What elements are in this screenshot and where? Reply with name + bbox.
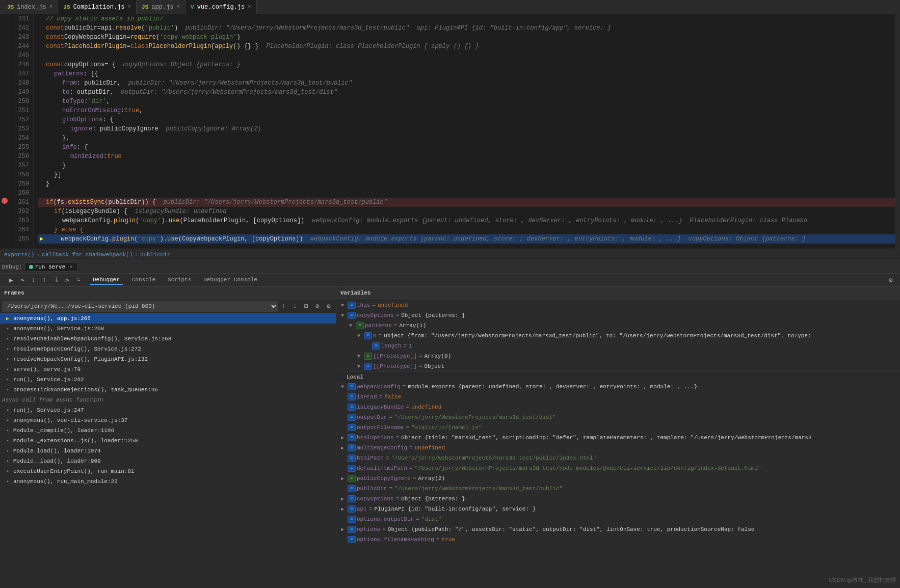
var-patterns[interactable]: ▼ ≡ patterns = Array(1) bbox=[336, 320, 900, 331]
breadcrumb-exports[interactable]: exports() bbox=[4, 252, 34, 258]
frame-item-15[interactable]: ▪ executeUserEntryPoint(), run_main:81 bbox=[0, 466, 336, 476]
frame-item-11[interactable]: ▪ Module._compile(), loader:1196 bbox=[0, 425, 336, 436]
step-into-my-btn[interactable]: ⤵ bbox=[51, 275, 61, 285]
frame-icon-3: ▪ bbox=[4, 345, 11, 353]
tab-label: app.js bbox=[151, 4, 173, 11]
frame-copy-btn[interactable]: ⊕ bbox=[312, 301, 323, 311]
resume-btn[interactable]: ▶ bbox=[6, 275, 16, 285]
var-multipageconfig[interactable]: ▶ ≡ multiPageConfig = undefined bbox=[336, 443, 900, 453]
var-outputfilename[interactable]: ≡ outputFilename = "static/js/[name].js" bbox=[336, 422, 900, 433]
frame-item-3[interactable]: ▪ resolveWebpackConfig(), Service.js:272 bbox=[0, 344, 336, 354]
step-out-btn[interactable]: ↑ bbox=[40, 275, 50, 285]
code-line-252: globOptions: { bbox=[38, 115, 895, 124]
run-serve-label: run serve bbox=[35, 264, 65, 270]
var-defaulthtmlpath[interactable]: ≡ defaultHtmlPath = "/Users/jerry/Websto… bbox=[336, 463, 900, 473]
icon-this: ≡ bbox=[348, 302, 356, 309]
var-htmlpath[interactable]: ≡ htmlPath = "/Users/jerry/WebstormProje… bbox=[336, 453, 900, 463]
expand-this[interactable]: ▼ bbox=[338, 303, 347, 308]
code-line-260 bbox=[38, 189, 895, 198]
var-length[interactable]: ≡ length = 1 bbox=[336, 341, 900, 351]
frame-label-7: processTicksAndRejections(), task_queues… bbox=[13, 387, 158, 393]
var-this[interactable]: ▼ ≡ this = undefined bbox=[336, 300, 900, 310]
frame-item-10[interactable]: ▪ anonymous(), vue-cli-service.js:37 bbox=[0, 415, 336, 425]
var-islegacy[interactable]: ≡ isLegacyBundle = undefined bbox=[336, 402, 900, 412]
code-line-263: webpackConfig.plugin('copy').use(Placeho… bbox=[38, 216, 895, 225]
frame-item-0[interactable]: ▶ anonymous(), app.js:265 bbox=[0, 313, 336, 324]
tab-app-js[interactable]: JS app.js × bbox=[137, 0, 186, 14]
var-prototype-arr[interactable]: ▼ ≡ [[Prototype]] = Array(0) bbox=[336, 351, 900, 361]
debug-tab-debugger-console[interactable]: Debugger Console bbox=[200, 276, 260, 285]
thread-dropdown[interactable]: /Users/jerry/We.../vue-cli-service (pid … bbox=[2, 301, 278, 312]
varval-this: undefined bbox=[378, 302, 408, 308]
frame-item-4[interactable]: ▪ resolveWebpackConfig(), PluginAPI.js:1… bbox=[0, 354, 336, 364]
settings-btn[interactable]: ⚙ bbox=[886, 275, 896, 285]
frame-item-16[interactable]: ▪ anonymous(), run_main_module:22 bbox=[0, 476, 336, 487]
var-copyoptions-local[interactable]: ▶ ≡ copyOptions = Object {patterns: } bbox=[336, 494, 900, 504]
frames-toolbar: /Users/jerry/We.../vue-cli-service (pid … bbox=[0, 299, 336, 313]
var-copyoptions-top[interactable]: ▼ ≡ copyOptions = Object {patterns: } bbox=[336, 310, 900, 320]
frame-icon-7: ▪ bbox=[4, 386, 11, 393]
var-outputdir[interactable]: ≡ outputDir = "/Users/jerry/WebstormProj… bbox=[336, 412, 900, 422]
debug-tab-debugger[interactable]: Debugger bbox=[90, 276, 123, 285]
var-webpackconfig[interactable]: ▼ ≡ webpackConfig = module.exports {pare… bbox=[336, 382, 900, 392]
step-into-btn[interactable]: ↓ bbox=[29, 275, 39, 285]
debug-tab-console[interactable]: Console bbox=[129, 276, 158, 285]
tab-index-js[interactable]: JS index.js × bbox=[2, 0, 58, 14]
tab-close-btn[interactable]: × bbox=[49, 4, 53, 10]
var-options[interactable]: ▶ ≡ options = Object {publicPath: "/", a… bbox=[336, 524, 900, 534]
var-filenamehashing[interactable]: ≡ options.filenameHashing = true bbox=[336, 534, 900, 545]
tab-label: index.js bbox=[17, 4, 46, 11]
varname-this: this bbox=[357, 302, 370, 308]
tab-close-btn[interactable]: × bbox=[127, 4, 131, 10]
breakpoint-261[interactable] bbox=[2, 198, 8, 204]
code-line-249: to: outputDir, outputDir: "/Users/jerry/… bbox=[38, 88, 895, 97]
var-api[interactable]: ▶ ≡ api = PluginAPI {id: "built-in:confi… bbox=[336, 504, 900, 514]
evaluate-btn[interactable]: ≈ bbox=[73, 275, 84, 285]
variables-list[interactable]: ▼ ≡ this = undefined ▼ ≡ copyOptions = O… bbox=[336, 299, 900, 588]
frame-item-12[interactable]: ▪ Module._extensions..js(), loader:1250 bbox=[0, 436, 336, 446]
frame-icon-5: ▪ bbox=[4, 366, 11, 373]
run-to-cursor-btn[interactable]: ⊳ bbox=[62, 275, 72, 285]
frame-icon-14: ▪ bbox=[4, 458, 11, 465]
tab-label: Compilation.js bbox=[73, 4, 125, 11]
var-isprod[interactable]: ≡ isProd = false bbox=[336, 392, 900, 402]
frame-down-btn[interactable]: ↓ bbox=[290, 301, 300, 311]
frame-item-1[interactable]: ▪ anonymous(), Service.js:268 bbox=[0, 324, 336, 334]
code-line-255: info: { bbox=[38, 143, 895, 152]
tab-vue-config[interactable]: V vue.config.js × bbox=[186, 0, 257, 14]
frame-label-15: executeUserEntryPoint(), run_main:81 bbox=[13, 468, 135, 474]
step-over-btn[interactable]: ↷ bbox=[17, 275, 28, 285]
code-line-253: ignore: publicCopyIgnore publicCopyIgnor… bbox=[38, 124, 895, 133]
code-line-264: } else { bbox=[38, 225, 895, 234]
var-0[interactable]: ▼ ≡ 0 = Object {from: "/Users/jerry/Webs… bbox=[336, 331, 900, 341]
var-options-outputdir[interactable]: ≡ options.outputDir = "dist" bbox=[336, 514, 900, 524]
run-tab-bar: Debug: run serve × bbox=[0, 260, 900, 274]
run-close[interactable]: × bbox=[69, 264, 73, 270]
frame-item-5[interactable]: ▪ serve(), serve.js:79 bbox=[0, 364, 336, 375]
debug-tab-scripts[interactable]: Scripts bbox=[165, 276, 194, 285]
tab-compilation-js[interactable]: JS Compilation.js × bbox=[58, 0, 137, 14]
frame-item-6[interactable]: ▪ run(), Service.js:262 bbox=[0, 375, 336, 385]
frame-settings-btn[interactable]: ⚙ bbox=[324, 301, 334, 311]
var-prototype-obj[interactable]: ▼ ≡ [[Prototype]] = Object bbox=[336, 361, 900, 371]
frame-async-call: Async call from async function bbox=[0, 395, 336, 405]
code-content[interactable]: // copy static assets in public/ const p… bbox=[34, 14, 895, 249]
var-publicdir[interactable]: ≡ publicDir = "/Users/jerry/WebstormProj… bbox=[336, 484, 900, 494]
breadcrumb-callback[interactable]: callback for chainWebpack() bbox=[42, 252, 133, 258]
frame-item-9[interactable]: ▪ run(), Service.js:247 bbox=[0, 405, 336, 415]
breadcrumb-publicdir[interactable]: publicDir bbox=[140, 252, 170, 258]
code-line-244: const PlaceholderPlugin = class Placehol… bbox=[38, 42, 895, 51]
frame-icon-11: ▪ bbox=[4, 427, 11, 434]
frame-label-9: run(), Service.js:247 bbox=[13, 407, 84, 413]
var-htmloptions[interactable]: ▶ ≡ htmlOptions = Object {title: "mars3d… bbox=[336, 433, 900, 443]
frame-up-btn[interactable]: ↑ bbox=[279, 301, 289, 311]
tab-close-btn[interactable]: × bbox=[176, 4, 180, 10]
frame-item-7[interactable]: ▪ processTicksAndRejections(), task_queu… bbox=[0, 385, 336, 395]
run-serve-tab[interactable]: run serve × bbox=[24, 262, 77, 272]
frame-item-14[interactable]: ▪ Module._load(), loader:909 bbox=[0, 456, 336, 466]
var-publiccopyignore[interactable]: ▶ ≡ publicCopyIgnore = Array(2) bbox=[336, 473, 900, 484]
frame-item-13[interactable]: ▪ Module.load(), loader:1074 bbox=[0, 446, 336, 456]
frame-filter-btn[interactable]: ⊟ bbox=[301, 301, 311, 311]
frame-item-2[interactable]: ▪ resolveChainableWebpackConfig(), Servi… bbox=[0, 334, 336, 344]
tab-close-btn[interactable]: × bbox=[248, 4, 251, 10]
